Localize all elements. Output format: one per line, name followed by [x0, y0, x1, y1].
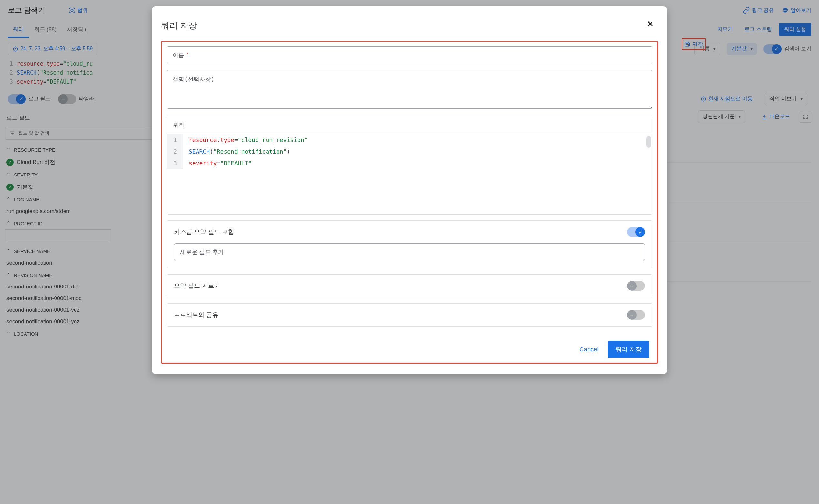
- cancel-button[interactable]: Cancel: [580, 346, 599, 353]
- scrollbar[interactable]: [646, 136, 651, 148]
- query-description-input[interactable]: [167, 70, 652, 109]
- save-query-button[interactable]: 쿼리 저장: [608, 341, 649, 358]
- close-icon[interactable]: [646, 19, 655, 28]
- truncate-summary-toggle[interactable]: –: [627, 281, 645, 291]
- add-field-input[interactable]: [174, 243, 645, 261]
- save-query-dialog: 쿼리 저장 * 쿼리 1resource.type="cloud_run_rev…: [152, 6, 667, 374]
- share-project-label: 프로젝트와 공유: [174, 311, 218, 319]
- truncate-summary-label: 요약 필드 자르기: [174, 282, 220, 290]
- required-star: *: [187, 52, 188, 57]
- include-summary-label: 커스텀 요약 필드 포함: [174, 228, 234, 236]
- dialog-title: 쿼리 저장: [161, 20, 658, 31]
- query-preview-panel: 쿼리 1resource.type="cloud_run_revision" 2…: [167, 116, 652, 215]
- query-name-input[interactable]: [167, 46, 652, 64]
- query-preview-code: 1resource.type="cloud_run_revision" 2SEA…: [167, 134, 652, 169]
- query-preview-header: 쿼리: [167, 116, 652, 134]
- share-project-toggle[interactable]: –: [627, 310, 645, 320]
- include-summary-toggle[interactable]: ✓: [627, 227, 645, 237]
